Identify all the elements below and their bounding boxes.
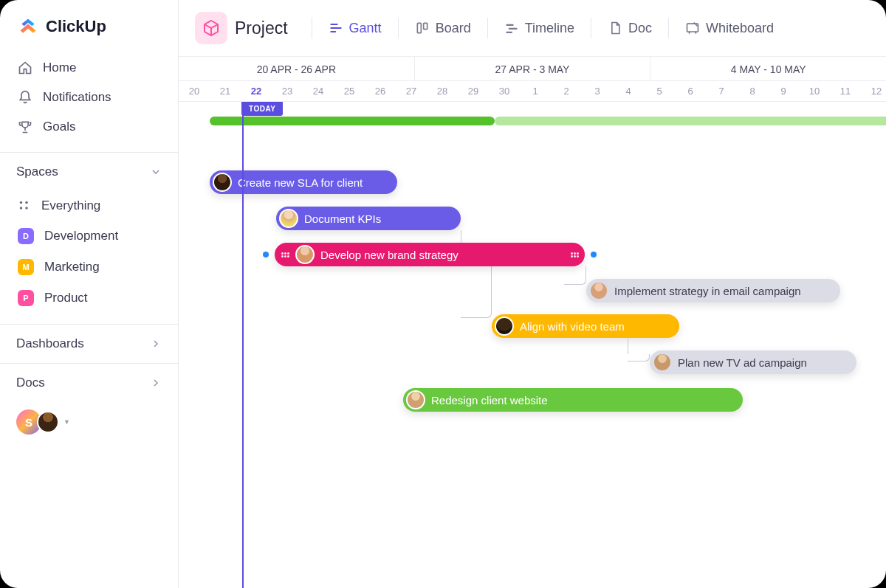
view-label: Doc [628,21,652,36]
gantt-task-bar[interactable]: Document KPIs [276,207,461,230]
view-tab-timeline[interactable]: Timeline [500,16,579,41]
drag-grip-icon[interactable] [281,252,289,257]
trophy-icon [18,120,32,134]
sidebar-item-product[interactable]: P Product [7,283,171,314]
chevron-right-icon [150,338,162,350]
board-icon [415,21,430,35]
today-line [242,102,244,588]
app-frame: ClickUp Home Notifications Goals Spaces [0,0,886,588]
gantt-day-cell: 9 [768,81,799,101]
section-title: Spaces [16,165,58,179]
gantt-day-cell: 5 [644,81,675,101]
gantt-task-bar[interactable]: Create new SLA for client [210,170,397,194]
gantt-task-bar[interactable]: Implement strategy in email campaign [586,279,840,302]
docs-header[interactable]: Docs [0,364,178,402]
gantt-day-cell: 30 [489,81,520,101]
gantt-task-bar[interactable]: Develop new brand strategy [275,243,585,266]
dashboards-header[interactable]: Dashboards [0,325,178,363]
svg-point-3 [25,207,27,209]
section-title: Docs [16,376,45,390]
topbar: Project Gantt Board Timeline Doc [179,0,886,56]
cube-icon [202,19,220,37]
gantt-task-bar[interactable]: Align with video team [492,314,679,338]
task-connector [628,338,628,354]
view-tab-board[interactable]: Board [411,16,475,41]
gantt-day-cell: 29 [458,81,489,101]
user-avatar [37,411,59,433]
logo-text: ClickUp [46,17,106,36]
view-tab-doc[interactable]: Doc [603,16,656,41]
main-content: Project Gantt Board Timeline Doc [179,0,886,588]
bell-icon [18,90,32,105]
gantt-icon [329,21,343,35]
sidebar-item-notifications[interactable]: Notifications [7,83,171,112]
everything-icon [18,199,31,212]
sidebar-item-everything[interactable]: Everything [7,191,171,221]
sidebar-section-docs: Docs S ▼ [0,363,178,442]
task-label: Implement strategy in email campaign [614,285,801,297]
gantt-week-cell: 27 APR - 3 MAY [415,57,651,80]
sidebar-item-marketing[interactable]: M Marketing [7,252,171,283]
view-label: Timeline [525,21,574,36]
gantt-progress-done[interactable] [210,117,495,125]
task-label: Develop new brand strategy [320,249,564,261]
separator [398,18,399,38]
separator [668,18,669,38]
spaces-header[interactable]: Spaces [0,153,178,191]
task-label: Plan new TV ad campaign [678,356,807,369]
sidebar-section-dashboards: Dashboards [0,324,178,363]
gantt-day-cell: 22 [241,81,272,101]
gantt-day-cell: 2 [551,81,582,101]
gantt-view: 20 APR - 26 APR 27 APR - 3 MAY 4 MAY - 1… [179,56,886,588]
gantt-day-cell: 23 [272,81,303,101]
sidebar: ClickUp Home Notifications Goals Spaces [0,0,179,588]
task-connector [628,354,650,362]
chevron-right-icon [150,377,162,389]
sidebar-section-spaces: Spaces Everything D Development M Market… [0,152,178,324]
user-menu[interactable]: S ▼ [0,402,178,442]
view-tab-gantt[interactable]: Gantt [324,16,386,41]
assignee-avatar [589,281,608,300]
nav-label: Marketing [44,260,100,274]
doc-icon [608,21,622,35]
gantt-task-bar[interactable]: Plan new TV ad campaign [650,350,856,374]
separator [591,18,591,38]
view-label: Board [436,21,471,36]
whiteboard-icon [685,21,700,35]
gantt-day-cell: 26 [365,81,396,101]
task-handle-dot[interactable] [263,252,269,257]
assignee-avatar [279,209,298,228]
space-badge: P [18,290,34,306]
gantt-day-cell: 8 [737,81,768,101]
nav-label: Notifications [43,90,111,105]
task-label: Document KPIs [304,212,381,225]
task-handle-dot[interactable] [591,252,597,257]
gantt-day-cell: 12 [861,81,886,101]
nav-label: Home [43,60,76,75]
view-tab-whiteboard[interactable]: Whiteboard [681,16,778,41]
project-icon[interactable] [195,12,227,44]
gantt-week-row: 20 APR - 26 APR 27 APR - 3 MAY 4 MAY - 1… [179,56,886,81]
nav-label: Goals [43,120,75,134]
gantt-week-cell: 4 MAY - 10 MAY [650,57,886,80]
gantt-day-cell: 3 [582,81,613,101]
gantt-day-cell: 1 [520,81,551,101]
sidebar-item-development[interactable]: D Development [7,221,171,252]
gantt-day-cell: 7 [706,81,737,101]
space-badge: D [18,228,34,244]
gantt-progress-remaining[interactable] [495,117,886,125]
logo[interactable]: ClickUp [0,0,178,50]
home-icon [18,60,32,75]
sidebar-item-home[interactable]: Home [7,53,171,83]
gantt-task-bar[interactable]: Redesign client website [403,388,743,412]
gantt-body[interactable]: TODAY Create new SLA for client Document… [179,102,886,588]
svg-point-2 [20,207,22,209]
sidebar-item-goals[interactable]: Goals [7,112,171,142]
drag-grip-icon[interactable] [570,252,579,257]
sidebar-nav: Home Notifications Goals [0,50,178,152]
assignee-avatar [295,245,315,264]
clickup-logo-icon [18,16,38,37]
gantt-day-cell: 20 [179,81,210,101]
project-title: Project [235,18,288,38]
task-connector [564,266,586,285]
